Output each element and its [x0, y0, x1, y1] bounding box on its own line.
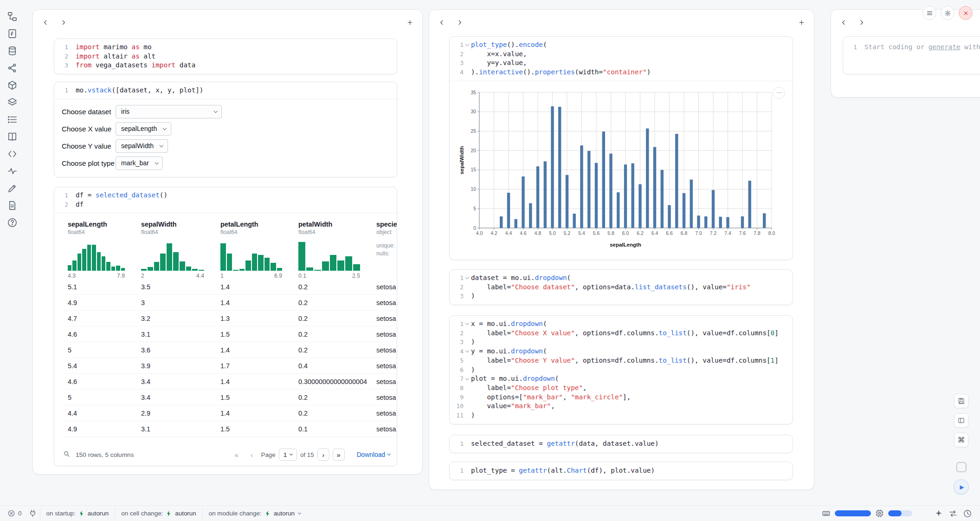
minimap-button[interactable]	[954, 460, 968, 474]
first-page-button[interactable]: «	[231, 449, 243, 461]
fold-toggle[interactable]	[464, 274, 471, 283]
sidebar-logs-button[interactable]	[7, 200, 18, 211]
code-line: 1mo.vstack([dataset, x, y, plot])	[54, 86, 397, 95]
add-cell-button[interactable]	[403, 15, 417, 29]
column-header[interactable]: petalWidthfloat64	[292, 221, 370, 235]
sidebar-marimo-file-button[interactable]	[7, 28, 18, 39]
hist-min: 0.1	[298, 273, 306, 279]
code-text: y=y.value,	[471, 59, 527, 68]
run-mode-chip-1[interactable]: on startup:autorun	[40, 508, 115, 519]
hist-bar	[72, 260, 76, 271]
row-count: 150 rows, 5 columns	[76, 451, 134, 458]
code-text: plot_type = getattr(alt.Chart(df), plot.…	[471, 466, 655, 475]
settings-button[interactable]	[941, 6, 954, 20]
code-editor[interactable]: 1plot_type = getattr(alt.Chart(df), plot…	[450, 462, 793, 480]
svg-text:5.8: 5.8	[607, 231, 614, 236]
dropdown-select[interactable]: sepalLength	[116, 122, 171, 136]
code-line: 2 x=x.value,	[450, 50, 793, 59]
sidebar-dependencies-button[interactable]	[7, 97, 18, 108]
search-button[interactable]	[62, 450, 71, 459]
code-editor[interactable]: 1 Start coding or generate with AI	[843, 37, 980, 56]
column-move-right-button[interactable]	[854, 15, 868, 29]
connection-icon[interactable]	[28, 509, 37, 518]
sidebar-variables-button[interactable]	[7, 63, 18, 73]
dropdown-select[interactable]: iris	[116, 105, 222, 118]
last-page-button[interactable]: »	[333, 449, 345, 461]
chevron-left-icon	[438, 19, 445, 26]
run-all-button[interactable]: ▶	[954, 479, 969, 495]
command-palette-button[interactable]: ⌘	[954, 433, 968, 447]
caret-down-icon	[213, 109, 217, 113]
table-row[interactable]: 53.41.50.2setosa	[62, 390, 397, 405]
keyboard-icon[interactable]	[822, 509, 831, 518]
code-editor[interactable]: 1plot_type().encode(2 x=x.value,3 y=y.va…	[450, 37, 793, 81]
sidebar-packages-button[interactable]	[7, 80, 18, 91]
error-indicator[interactable]: 0	[7, 509, 22, 517]
sidebar-documentation-button[interactable]	[7, 131, 18, 142]
dropdown-row: Choose plot typemark_bar	[62, 156, 389, 170]
sidebar-help-button[interactable]	[7, 217, 18, 228]
table-row[interactable]: 4.63.11.50.2setosa	[62, 326, 397, 342]
ellipsis-icon	[776, 89, 783, 96]
sidebar-file-explorer-button[interactable]	[7, 11, 18, 22]
code-editor[interactable]: 1df = selected_dataset()2df	[54, 187, 397, 213]
run-mode-label: on module change:	[209, 510, 262, 517]
fold-toggle[interactable]	[464, 347, 471, 356]
table-row[interactable]: 53.61.40.2setosa	[62, 342, 397, 358]
svg-text:7.4: 7.4	[724, 231, 731, 236]
column-header[interactable]: sepalLengthfloat64	[62, 221, 135, 235]
table-row[interactable]: 4.93.11.50.1setosa	[62, 421, 397, 437]
generate-with-ai-link[interactable]: generate	[928, 43, 961, 51]
sidebar-snippets-button[interactable]	[7, 149, 18, 159]
code-editor[interactable]: 1x = mo.ui.dropdown(2 label="Choose X va…	[450, 316, 793, 424]
ai-assistant-button[interactable]	[934, 508, 944, 519]
run-mode-chip-3[interactable]: on module change:autorun	[202, 508, 307, 519]
table-row[interactable]: 4.73.21.30.2setosa	[62, 311, 397, 326]
add-cell-button[interactable]	[794, 15, 808, 29]
shutdown-button[interactable]	[959, 6, 973, 20]
column-header[interactable]: petalLengthfloat64	[214, 221, 292, 235]
fold-toggle[interactable]	[464, 40, 471, 50]
table-row[interactable]: 4.42.91.40.2setosa	[62, 405, 397, 421]
bar-chart[interactable]: 4.04.24.44.64.85.05.25.45.65.86.06.26.46…	[458, 89, 783, 252]
memory-icon[interactable]	[875, 509, 884, 518]
fold-toggle[interactable]	[464, 319, 471, 329]
download-button[interactable]: Download	[357, 451, 390, 458]
table-cell: 0.4	[292, 362, 370, 370]
table-cell: setosa	[370, 394, 397, 401]
table-row[interactable]: 5.13.51.40.2setosa	[62, 279, 397, 295]
line-number: 10	[450, 402, 464, 411]
run-mode-chip-2[interactable]: on cell change:autorun	[115, 508, 202, 519]
column-move-left-button[interactable]	[39, 15, 52, 29]
sidebar-data-sources-button[interactable]	[7, 46, 18, 56]
hist-bar	[97, 252, 101, 271]
notebook-menu-button[interactable]	[922, 6, 936, 20]
column-move-right-button[interactable]	[56, 15, 70, 29]
code-editor[interactable]: 1dataset = mo.ui.dropdown(2 label="Choos…	[450, 270, 793, 305]
code-editor[interactable]: 1import marimo as mo2import altair as al…	[54, 39, 397, 74]
code-editor[interactable]: 1selected_dataset = getattr(data, datase…	[450, 435, 793, 453]
prev-page-button[interactable]: ‹	[246, 449, 258, 461]
column-move-left-button[interactable]	[837, 15, 851, 29]
table-row[interactable]: 4.931.40.2setosa	[62, 295, 397, 311]
dropdown-select[interactable]: sepalWidth	[116, 139, 168, 153]
panel-toggle-button[interactable]	[948, 508, 958, 519]
layout-toggle-button[interactable]	[954, 413, 968, 428]
next-page-button[interactable]: ›	[317, 449, 329, 461]
sidebar-scratchpad-button[interactable]	[7, 183, 18, 194]
page-select[interactable]: 1	[279, 449, 297, 461]
sidebar-outline-button[interactable]	[7, 114, 18, 125]
column-move-right-button[interactable]	[452, 15, 466, 29]
column-header[interactable]: speciesobject	[370, 221, 397, 235]
column-header[interactable]: sepalWidthfloat64	[135, 221, 214, 235]
table-row[interactable]: 5.43.91.70.4setosa	[62, 358, 397, 374]
fold-toggle[interactable]	[464, 374, 471, 384]
chart-menu-button[interactable]	[773, 87, 785, 99]
code-editor[interactable]: 1mo.vstack([dataset, x, y, plot])	[54, 82, 397, 99]
sidebar-tracing-button[interactable]	[7, 166, 18, 176]
history-button[interactable]	[962, 508, 973, 519]
table-row[interactable]: 4.63.41.40.30000000000000004setosa	[62, 374, 397, 390]
save-button[interactable]	[954, 394, 968, 408]
column-move-left-button[interactable]	[435, 15, 449, 29]
dropdown-select[interactable]: mark_bar	[116, 156, 163, 170]
